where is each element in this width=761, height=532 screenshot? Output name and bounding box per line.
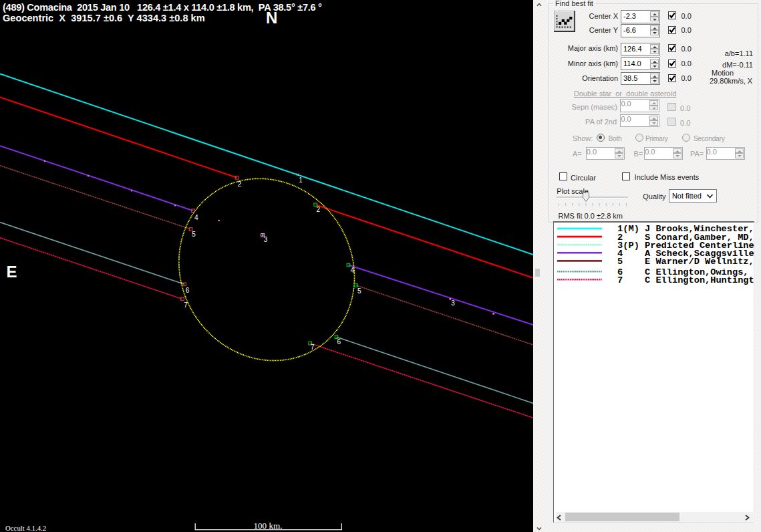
svg-text:7: 7 bbox=[311, 344, 315, 351]
svg-text:6: 6 bbox=[337, 338, 341, 346]
svg-text:100 km.: 100 km. bbox=[253, 521, 282, 531]
svg-text:1: 1 bbox=[299, 176, 303, 184]
svg-text:7: 7 bbox=[184, 301, 188, 309]
svg-text:2: 2 bbox=[317, 206, 321, 213]
svg-text:5: 5 bbox=[357, 287, 361, 295]
svg-text:4: 4 bbox=[351, 267, 355, 274]
svg-text:4: 4 bbox=[194, 214, 198, 221]
svg-text:3: 3 bbox=[264, 236, 268, 243]
svg-text:2: 2 bbox=[238, 180, 242, 188]
svg-text:6: 6 bbox=[186, 287, 190, 294]
svg-text:Occult 4.1.4.2: Occult 4.1.4.2 bbox=[5, 524, 46, 532]
svg-text:3: 3 bbox=[451, 299, 455, 307]
svg-text:5: 5 bbox=[192, 231, 196, 238]
